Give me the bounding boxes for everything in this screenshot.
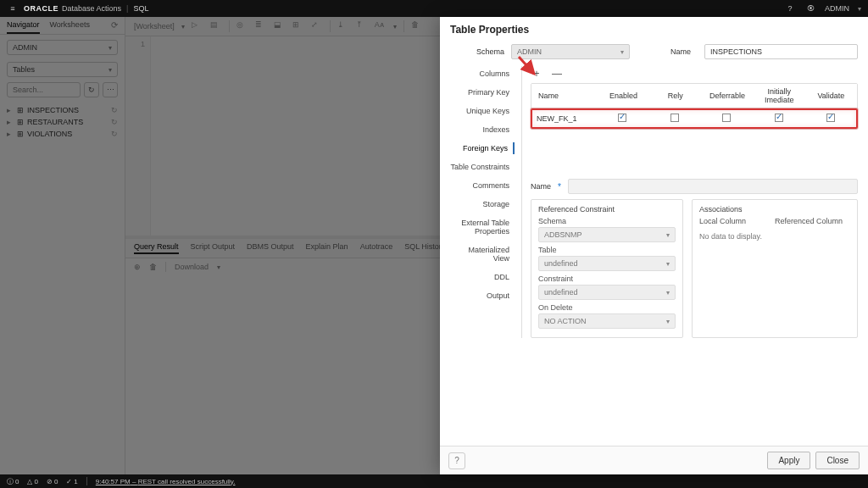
result-tab-dbms[interactable]: DBMS Output <box>247 242 294 254</box>
context-label: SQL <box>133 4 148 13</box>
refresh-icon[interactable]: ⟳ <box>111 20 118 34</box>
toolbar-script-icon[interactable]: ▤ <box>210 20 222 32</box>
toolbar-trace-icon[interactable]: ≣ <box>255 20 267 32</box>
result-icon[interactable]: ⊕ <box>134 263 141 271</box>
toolbar-download-icon[interactable]: ⤓ <box>337 20 349 32</box>
tree-item-restaurants[interactable]: ▸ ⊞ RESTAURANTS ↻ <box>3 116 121 128</box>
table-name-input[interactable] <box>704 44 858 59</box>
tree-item-violations[interactable]: ▸ ⊞ VIOLATIONS ↻ <box>3 128 121 140</box>
refresh-row-icon[interactable]: ↻ <box>111 130 118 138</box>
schema-dropdown[interactable]: ADMIN▾ <box>7 40 118 55</box>
fk-name-input[interactable] <box>537 114 591 123</box>
side-item-unique-keys[interactable]: Unique Keys <box>466 105 515 117</box>
col-deferrable: Deferrable <box>701 88 753 103</box>
status-info: ⓘ 0 <box>7 477 19 486</box>
fk-validate-checkbox[interactable] <box>826 114 835 122</box>
associations-panel: Associations Local Column Referenced Col… <box>692 199 858 338</box>
name-field-label: Name <box>531 182 551 191</box>
side-item-foreign-keys[interactable]: Foreign Keys <box>463 142 515 154</box>
status-warn: △ 0 <box>27 478 37 485</box>
col-enabled: Enabled <box>598 88 649 103</box>
referenced-constraint-panel: Referenced Constraint Schema ADBSNMP▾ Ta… <box>531 199 683 338</box>
fk-grid: Name Enabled Rely Deferrable Initially I… <box>531 83 858 130</box>
fk-deferrable-checkbox[interactable] <box>722 114 731 122</box>
col-validate: Validate <box>805 88 857 103</box>
search-input[interactable]: Search... <box>7 82 81 97</box>
tree-item-inspections[interactable]: ▸ ⊞ INSPECTIONS ↻ <box>3 104 121 116</box>
add-fk-button[interactable]: + <box>531 68 542 80</box>
refresh-row-icon[interactable]: ↻ <box>111 106 118 114</box>
ref-title: Referenced Constraint <box>538 205 676 214</box>
assoc-title: Associations <box>699 205 850 214</box>
toolbar-run-icon[interactable]: ▷ <box>192 20 203 32</box>
user-menu-caret-icon[interactable]: ▾ <box>858 5 861 13</box>
status-success: ✓ 1 <box>66 478 77 485</box>
side-item-primary-key[interactable]: Primary Key <box>468 86 515 98</box>
ref-constraint-select[interactable]: undefined▾ <box>538 285 676 300</box>
tab-worksheets[interactable]: Worksheets <box>50 20 90 34</box>
object-type-dropdown[interactable]: Tables▾ <box>7 62 118 77</box>
col-rely: Rely <box>649 88 701 103</box>
remove-fk-button[interactable]: — <box>551 68 563 80</box>
side-item-output[interactable]: Output <box>487 290 515 302</box>
status-message: 9:40:57 PM – REST call resolved successf… <box>96 478 236 485</box>
username[interactable]: ADMIN <box>825 4 849 13</box>
close-button[interactable]: Close <box>815 452 860 469</box>
modal-title: Table Properties <box>440 17 868 39</box>
help-icon[interactable]: ? <box>448 452 465 469</box>
schema-label: Schema <box>450 47 511 56</box>
ref-table-select[interactable]: undefined▾ <box>538 256 676 271</box>
fk-enabled-checkbox[interactable] <box>618 114 626 122</box>
brand-sub: Database Actions <box>62 4 121 13</box>
more-icon[interactable]: ⋯ <box>103 82 118 97</box>
name-label: Name <box>664 47 698 56</box>
result-tab-explain[interactable]: Explain Plan <box>306 242 348 254</box>
left-sidebar: Navigator Worksheets ⟳ ADMIN▾ Tables▾ Se… <box>0 17 125 474</box>
result-tab-autotrace[interactable]: Autotrace <box>360 242 393 254</box>
refresh2-icon[interactable]: ↻ <box>84 82 99 97</box>
toolbar-plan-icon[interactable]: ◎ <box>236 20 248 32</box>
fk-initially-checkbox[interactable] <box>775 114 783 122</box>
side-item-ddl[interactable]: DDL <box>494 271 515 283</box>
side-item-table-constraints[interactable]: Table Constraints <box>450 161 515 173</box>
assoc-col-ref: Referenced Column <box>775 217 850 225</box>
assoc-col-local: Local Column <box>699 217 775 225</box>
refresh-row-icon[interactable]: ↻ <box>111 118 118 126</box>
result-tab-query[interactable]: Query Result <box>134 242 179 254</box>
fk-row[interactable] <box>531 108 857 129</box>
toolbar-icon[interactable]: ⊞ <box>292 20 304 32</box>
toolbar-font-icon[interactable]: Aᴀ <box>375 20 387 32</box>
menu-icon[interactable]: ≡ <box>7 3 19 14</box>
apply-button[interactable]: Apply <box>767 452 810 469</box>
fk-rely-checkbox[interactable] <box>670 114 679 122</box>
ref-schema-select[interactable]: ADBSNMP▾ <box>538 227 676 242</box>
toolbar-upload-icon[interactable]: ⤒ <box>356 20 368 32</box>
toolbar-icon[interactable]: ⤢ <box>311 20 323 32</box>
toolbar-trash-icon[interactable]: 🗑 <box>411 20 423 32</box>
side-item-comments[interactable]: Comments <box>472 180 515 191</box>
side-item-columns[interactable]: Columns <box>479 68 515 80</box>
col-name: Name <box>531 88 598 103</box>
help-icon[interactable]: ? <box>784 3 796 14</box>
side-item-indexes[interactable]: Indexes <box>482 124 515 136</box>
fk-name-field[interactable] <box>568 179 858 194</box>
tab-navigator[interactable]: Navigator <box>7 20 40 34</box>
status-error: ⊘ 0 <box>47 478 58 485</box>
download-button[interactable]: Download <box>175 263 209 271</box>
assoc-empty: No data to display. <box>699 232 850 241</box>
side-item-storage[interactable]: Storage <box>482 198 515 210</box>
worksheet-tab[interactable]: [Worksheet] <box>134 22 175 30</box>
side-item-materialized[interactable]: Materialized View <box>450 244 515 264</box>
col-initially: Initially Imediate <box>754 84 805 108</box>
schema-select[interactable]: ADMIN▾ <box>511 44 630 59</box>
toolbar-icon[interactable]: ⬓ <box>274 20 286 32</box>
brand-logo: ORACLE <box>24 4 58 13</box>
required-star-icon: * <box>558 182 561 191</box>
result-icon[interactable]: 🗑 <box>149 263 157 271</box>
result-tab-script[interactable]: Script Output <box>191 242 236 254</box>
ref-ondelete-select[interactable]: NO ACTION▾ <box>538 313 676 329</box>
table-properties-modal: Table Properties Schema ADMIN▾ Name Colu… <box>440 17 868 474</box>
editor-gutter: 1 <box>125 36 151 236</box>
side-item-external[interactable]: External Table Properties <box>450 217 515 237</box>
user-icon[interactable]: ⦿ <box>804 3 816 14</box>
